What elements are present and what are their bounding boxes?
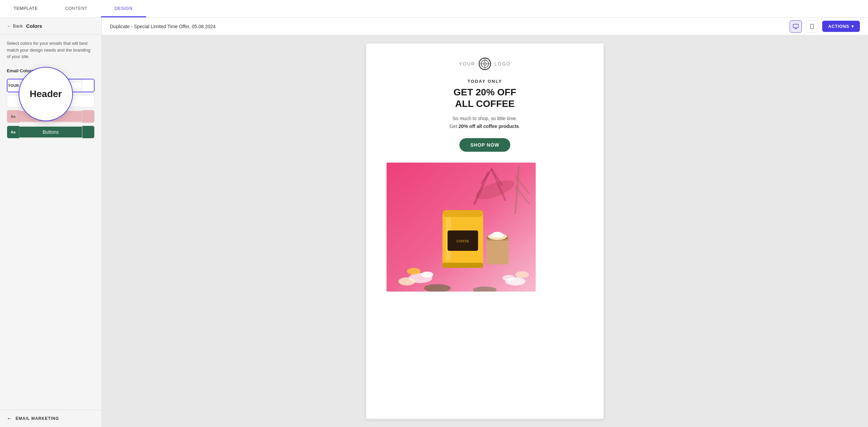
svg-point-31 bbox=[493, 232, 502, 236]
svg-point-33 bbox=[407, 268, 420, 275]
tab-template[interactable]: TEMPLATE bbox=[0, 0, 52, 17]
sidebar-bottom: ← EMAIL MARKETING bbox=[0, 410, 101, 427]
email-marketing-label: EMAIL MARKETING bbox=[16, 416, 59, 421]
svg-rect-0 bbox=[793, 24, 798, 28]
sidebar-title: Colors bbox=[26, 23, 42, 29]
subtext-bold: 20% off all coffee products bbox=[458, 124, 519, 129]
back-arrow-icon: ← bbox=[7, 23, 11, 29]
headline-line2: ALL COFFEE bbox=[455, 98, 514, 109]
svg-point-35 bbox=[398, 277, 415, 285]
svg-text:COFFEE: COFFEE bbox=[456, 239, 469, 243]
subtext-line2-prefix: Get bbox=[450, 124, 458, 129]
product-image: COFFEE bbox=[387, 163, 536, 292]
sidebar-description: Select colors for your emails that will … bbox=[0, 35, 101, 66]
email-canvas: YOUR LOGO TODAY ONLY GET 20% OFF bbox=[366, 43, 604, 419]
header-color-picker[interactable] bbox=[82, 79, 94, 92]
mobile-icon bbox=[809, 23, 815, 30]
canvas-area: Duplicate - Special Limited Time Offer, … bbox=[102, 18, 868, 427]
sidebar: ← Back Colors Select colors for your ema… bbox=[0, 18, 102, 427]
buttons-label: Buttons bbox=[19, 127, 82, 137]
buttons-color-picker[interactable] bbox=[82, 126, 94, 138]
logo-icon bbox=[478, 57, 492, 71]
actions-label: ACTIONS bbox=[828, 24, 849, 29]
mobile-view-button[interactable] bbox=[806, 20, 818, 33]
svg-point-34 bbox=[421, 272, 433, 278]
svg-point-38 bbox=[502, 275, 515, 281]
logo-right-text: LOGO bbox=[494, 61, 511, 67]
canvas-scroll: YOUR LOGO TODAY ONLY GET 20% OFF bbox=[102, 35, 868, 427]
svg-rect-25 bbox=[442, 263, 483, 268]
canvas-title: Duplicate - Special Limited Time Offer, … bbox=[110, 24, 216, 29]
desktop-view-button[interactable] bbox=[790, 20, 802, 33]
actions-chevron-icon: ▾ bbox=[851, 24, 854, 29]
body-color-picker[interactable] bbox=[82, 110, 94, 123]
tab-design[interactable]: DESIGN bbox=[101, 0, 146, 17]
color-circle-overlay: Header bbox=[19, 67, 73, 121]
body-swatch: Aa bbox=[7, 110, 19, 123]
back-label: Back bbox=[13, 23, 23, 29]
email-marketing-icon: ← bbox=[7, 415, 12, 422]
desktop-icon bbox=[793, 23, 799, 30]
logo-left-text: YOUR bbox=[459, 61, 475, 67]
tab-content[interactable]: CONTENT bbox=[52, 0, 101, 17]
product-svg: COFFEE bbox=[387, 163, 536, 292]
canvas-toolbar: Duplicate - Special Limited Time Offer, … bbox=[102, 18, 868, 35]
subtext-suffix: . bbox=[519, 124, 520, 129]
color-row-buttons[interactable]: Aa Buttons bbox=[7, 126, 95, 138]
subtext-line1: So much to shop, so little time. bbox=[453, 116, 517, 121]
headline-line1: GET 20% OFF bbox=[453, 87, 516, 97]
email-headline: GET 20% OFF ALL COFFEE bbox=[387, 87, 583, 109]
circle-label: Header bbox=[30, 89, 62, 99]
today-only-label: TODAY ONLY bbox=[387, 79, 583, 84]
svg-point-37 bbox=[515, 271, 529, 278]
svg-rect-26 bbox=[487, 237, 509, 264]
toolbar-actions: ACTIONS ▾ bbox=[790, 20, 860, 33]
header-swatch: YOUR bbox=[7, 79, 20, 92]
back-button[interactable]: ← Back bbox=[7, 23, 23, 29]
logo-area: YOUR LOGO bbox=[387, 57, 583, 71]
sidebar-header: ← Back Colors bbox=[0, 18, 101, 35]
main-layout: ← Back Colors Select colors for your ema… bbox=[0, 18, 868, 427]
actions-button[interactable]: ACTIONS ▾ bbox=[822, 21, 860, 32]
buttons-swatch: Aa bbox=[7, 126, 19, 138]
shop-now-button[interactable]: SHOP NOW bbox=[459, 138, 510, 152]
email-subtext: So much to shop, so little time. Get 20%… bbox=[387, 115, 583, 130]
top-nav: TEMPLATE CONTENT DESIGN bbox=[0, 0, 868, 18]
svg-rect-21 bbox=[442, 210, 483, 217]
